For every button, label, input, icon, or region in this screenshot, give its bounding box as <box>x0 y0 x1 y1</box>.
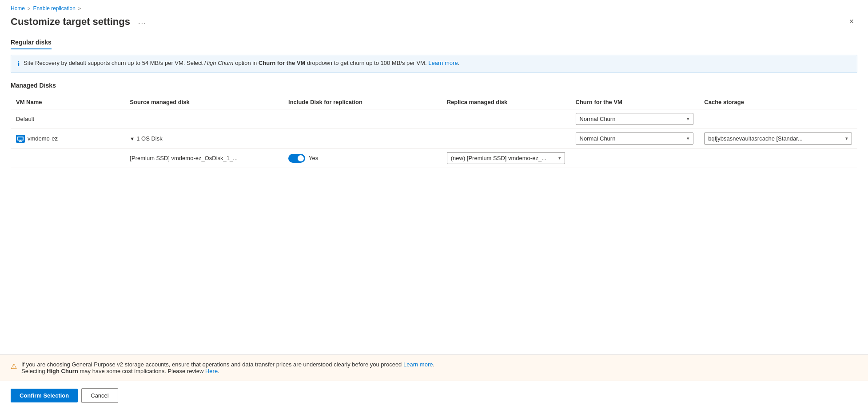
footer-buttons: Confirm Selection Cancel <box>0 381 868 410</box>
replica-vm <box>442 129 570 149</box>
col-header-vmname: VM Name <box>11 95 124 109</box>
main-content: Regular disks ℹ Site Recovery by default… <box>0 35 868 261</box>
table-row: Default Normal Churn ▾ <box>11 109 857 129</box>
info-banner-text: Site Recovery by default supports churn … <box>24 60 459 66</box>
info-text-bold: Churn for the VM <box>259 60 305 66</box>
vm-name-cell: vmdemo-ez <box>11 129 124 149</box>
breadcrumb-home[interactable]: Home <box>11 5 25 12</box>
warning-text-part1: If you are choosing General Purpose v2 s… <box>21 361 403 368</box>
include-yes-label: Yes <box>309 155 318 161</box>
chevron-down-icon: ▾ <box>687 116 689 122</box>
include-disk: Yes <box>283 149 442 168</box>
info-learn-more-link[interactable]: Learn more <box>428 60 458 66</box>
breadcrumb-separator-1: > <box>28 6 30 11</box>
replica-disk[interactable]: (new) [Premium SSD] vmdemo-ez_... ▾ <box>442 149 570 168</box>
replica-dropdown[interactable]: (new) [Premium SSD] vmdemo-ez_... ▾ <box>447 152 565 164</box>
replica-default <box>442 109 570 129</box>
source-vm: ▼ 1 OS Disk <box>124 129 283 149</box>
info-text-before: Site Recovery by default supports churn … <box>24 60 204 66</box>
breadcrumb: Home > Enable replication > <box>0 0 868 13</box>
warning-text: If you are choosing General Purpose v2 s… <box>21 361 434 374</box>
chevron-down-icon: ▾ <box>687 136 689 141</box>
cache-disk <box>699 149 857 168</box>
cache-dropdown-vm-value: bqfjybsasnevaultasrcache [Standar... <box>708 135 802 142</box>
churn-dropdown-vm-value: Normal Churn <box>580 135 616 142</box>
warning-banner: ⚠ If you are choosing General Purpose v2… <box>0 354 868 381</box>
source-disk-label: [Premium SSD] vmdemo-ez_OsDisk_1_... <box>130 155 238 161</box>
warning-here-link[interactable]: Here <box>205 368 218 374</box>
content-spacer <box>0 261 868 354</box>
include-default <box>283 109 442 129</box>
chevron-down-icon: ▾ <box>845 136 848 141</box>
warning-line2-pre: Selecting <box>21 368 47 374</box>
cache-default <box>699 109 857 129</box>
churn-default[interactable]: Normal Churn ▾ <box>570 109 699 129</box>
replica-dropdown-value: (new) [Premium SSD] vmdemo-ez_... <box>451 155 546 161</box>
os-disk-text: 1 OS Disk <box>136 135 163 142</box>
cache-dropdown-vm[interactable]: bqfjybsasnevaultasrcache [Standar... ▾ <box>704 133 852 145</box>
breadcrumb-separator-2: > <box>78 6 81 11</box>
col-header-replica: Replica managed disk <box>442 95 570 109</box>
cache-vm[interactable]: bqfjybsasnevaultasrcache [Standar... ▾ <box>699 129 857 149</box>
vm-label: vmdemo-ez <box>28 135 58 142</box>
warning-line2-after: may have some cost implications. Please … <box>78 368 205 374</box>
chevron-down-icon: ▾ <box>558 155 561 161</box>
triangle-icon: ▼ <box>130 136 135 141</box>
col-header-churn: Churn for the VM <box>570 95 699 109</box>
table-row: vmdemo-ez ▼ 1 OS Disk Normal Churn ▾ <box>11 129 857 149</box>
vm-name-default: Default <box>11 109 124 129</box>
churn-dropdown-vm[interactable]: Normal Churn ▾ <box>576 133 694 145</box>
info-text-after: dropdown to get churn up to 100 MB/s per… <box>305 60 428 66</box>
churn-dropdown-default[interactable]: Normal Churn ▾ <box>576 113 694 125</box>
source-disk: [Premium SSD] vmdemo-ez_OsDisk_1_... <box>124 149 283 168</box>
warning-learn-more-link[interactable]: Learn more <box>403 361 433 368</box>
include-disk-toggle[interactable] <box>288 154 305 163</box>
cancel-button[interactable]: Cancel <box>81 388 118 403</box>
churn-dropdown-default-value: Normal Churn <box>580 116 616 122</box>
page-header: Customize target settings ... × <box>0 13 868 35</box>
vm-name-vmdemo: vmdemo-ez <box>16 135 119 143</box>
churn-vm[interactable]: Normal Churn ▾ <box>570 129 699 149</box>
include-toggle-container: Yes <box>288 154 436 163</box>
warning-line2-bold: High Churn <box>47 368 78 374</box>
col-header-cache: Cache storage <box>699 95 857 109</box>
info-icon: ℹ <box>17 60 20 68</box>
warning-line-1: If you are choosing General Purpose v2 s… <box>21 361 434 368</box>
churn-disk <box>570 149 699 168</box>
info-text-middle: option in <box>234 60 259 66</box>
info-text-italic: High Churn <box>204 60 234 66</box>
page-title: Customize target settings <box>11 16 130 28</box>
warning-line-2: Selecting High Churn may have some cost … <box>21 368 434 374</box>
more-options-button[interactable]: ... <box>135 16 150 28</box>
source-default <box>124 109 283 129</box>
confirm-selection-button[interactable]: Confirm Selection <box>11 389 78 402</box>
os-disk-label: ▼ 1 OS Disk <box>130 135 278 142</box>
svg-rect-1 <box>18 137 23 140</box>
managed-disks-title: Managed Disks <box>11 82 857 89</box>
table-row: [Premium SSD] vmdemo-ez_OsDisk_1_... Yes… <box>11 149 857 168</box>
close-button[interactable]: × <box>845 15 857 28</box>
col-header-source: Source managed disk <box>124 95 283 109</box>
col-header-include: Include Disk for replication <box>283 95 442 109</box>
table-header-row: VM Name Source managed disk Include Disk… <box>11 95 857 109</box>
info-banner: ℹ Site Recovery by default supports chur… <box>11 55 857 73</box>
include-vm <box>283 129 442 149</box>
regular-disks-tab[interactable]: Regular disks <box>11 35 52 49</box>
vm-icon <box>16 135 25 143</box>
toggle-knob <box>298 155 304 161</box>
vm-name-disk-row <box>11 149 124 168</box>
breadcrumb-enable-replication[interactable]: Enable replication <box>33 5 75 12</box>
disk-table: VM Name Source managed disk Include Disk… <box>11 95 857 168</box>
warning-icon: ⚠ <box>11 362 17 370</box>
